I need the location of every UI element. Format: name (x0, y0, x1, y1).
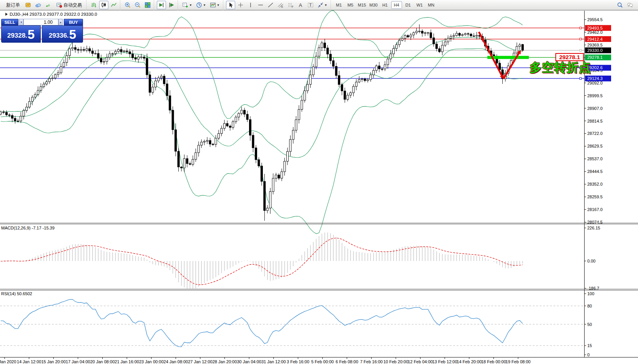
svg-text:20 Jan 08:00: 20 Jan 08:00 (90, 359, 115, 364)
svg-text:28999.5: 28999.5 (587, 93, 603, 98)
candlestick-chart-icon (101, 2, 107, 8)
chart-shift-icon (168, 2, 174, 8)
timeframe-w1-button[interactable]: W1 (414, 1, 425, 9)
auto-scroll-icon (158, 2, 164, 8)
auto-scroll-button[interactable] (157, 1, 166, 9)
svg-text:100: 100 (587, 291, 594, 296)
text-button[interactable]: A (296, 1, 305, 9)
horizontal-line-icon (258, 2, 264, 8)
signal-button[interactable] (43, 1, 53, 9)
one-click-trading-panel: SELL ▼ 1.00 ▲ BUY 29328. 5 29336. 5 (1, 19, 83, 43)
line-chart-button[interactable] (109, 1, 118, 9)
timeframe-h4-button[interactable]: H4 (391, 1, 402, 9)
svg-text:7 Feb 16:00: 7 Feb 16:00 (360, 359, 383, 364)
svg-text:28167.0: 28167.0 (587, 207, 603, 212)
svg-text:50: 50 (587, 322, 592, 327)
timeframe-d1-button[interactable]: D1 (403, 1, 414, 9)
market-watch-cloud-button[interactable] (33, 1, 43, 9)
svg-text:3 Feb 16:00: 3 Feb 16:00 (287, 359, 309, 364)
text-icon: A (297, 2, 304, 8)
svg-text:21 Jan 16:00: 21 Jan 16:00 (115, 359, 139, 364)
svg-text:19 Feb 08:00: 19 Feb 08:00 (506, 359, 531, 364)
buy-price-display[interactable]: 29336. 5 (42, 25, 83, 43)
mt-terminal-window: 29554.529462.029369.529277.029184.529092… (0, 0, 638, 364)
svg-text:31 Jan 12:00: 31 Jan 12:00 (261, 359, 286, 364)
timeframe-m5-button[interactable]: M5 (345, 1, 356, 9)
bar-chart-button[interactable] (89, 1, 98, 9)
svg-text:17 Jan 04:00: 17 Jan 04:00 (66, 359, 90, 364)
sell-price-frac: 5 (28, 28, 35, 41)
order-doc-button[interactable] (23, 1, 33, 9)
svg-text:24 Jan 08:00: 24 Jan 08:00 (164, 359, 188, 364)
svg-text:E: E (281, 5, 283, 8)
vertical-line-button[interactable] (246, 1, 255, 9)
volume-decrease-button[interactable]: ▼ (19, 19, 23, 25)
svg-text:28814.5: 28814.5 (587, 119, 603, 123)
arrows-button[interactable]: ▼ (316, 1, 329, 9)
equidistant-channel-button[interactable]: E (276, 1, 285, 9)
svg-text:T: T (309, 3, 312, 7)
svg-text:28629.5: 28629.5 (587, 144, 603, 148)
buy-button[interactable]: BUY (64, 19, 83, 25)
new-order-button[interactable]: 新订单 (3, 1, 23, 9)
order-doc-icon (25, 2, 31, 8)
buy-price-int: 29336. (49, 31, 69, 41)
trendline-icon (267, 2, 274, 8)
turning-point-annotation[interactable]: 多空转折点 (530, 60, 591, 76)
timeframe-m15-button[interactable]: M15 (357, 1, 367, 9)
chart-settings-button[interactable]: ▼ (208, 1, 221, 9)
svg-text:226.15: 226.15 (587, 226, 600, 230)
horizontal-line-button[interactable] (256, 1, 265, 9)
auto-trading-button[interactable]: 自动交易 (53, 1, 85, 9)
svg-text:29124.3: 29124.3 (587, 76, 603, 81)
timeframe-h1-button[interactable]: H1 (380, 1, 390, 9)
periods-clock-button[interactable]: ▼ (194, 1, 208, 9)
timeframe-m1-button[interactable]: M1 (334, 1, 344, 9)
equidistant-channel-icon: E (277, 2, 284, 8)
zoom-in-button[interactable] (123, 1, 132, 9)
candlestick-chart-button[interactable] (99, 1, 108, 9)
svg-text:28722.0: 28722.0 (587, 131, 603, 136)
svg-text:A: A (299, 2, 302, 8)
text-label-button[interactable]: T (306, 1, 315, 9)
svg-text:29369.5: 29369.5 (587, 43, 603, 47)
svg-text:15: 15 (587, 343, 592, 348)
svg-text:28259.5: 28259.5 (587, 194, 603, 199)
timeframe-m30-button[interactable]: M30 (368, 1, 379, 9)
trendline-button[interactable] (266, 1, 275, 9)
svg-text:27 Jan 12:00: 27 Jan 12:00 (188, 359, 213, 364)
autotrade-icon (56, 2, 62, 8)
sell-button[interactable]: SELL (1, 19, 18, 25)
svg-text:10 Feb 20:00: 10 Feb 20:00 (383, 359, 408, 364)
chart-title: DJ30-,H4 29373.0 29377.0 29322.0 29330.0 (5, 12, 97, 17)
chart-settings-icon (210, 2, 216, 8)
fibonacci-button[interactable]: F (286, 1, 295, 9)
crosshair-icon (238, 2, 244, 8)
zoom-out-button[interactable] (133, 1, 142, 9)
crosshair-button[interactable] (236, 1, 245, 9)
svg-text:28 Jan 20:00: 28 Jan 20:00 (213, 359, 237, 364)
svg-text:29493.5: 29493.5 (587, 26, 603, 30)
search-button[interactable] (615, 1, 625, 9)
tile-windows-icon (145, 2, 151, 8)
symbol-tree-icon[interactable] (5, 13, 8, 16)
sell-price-int: 29328. (7, 31, 27, 41)
new-chart-button[interactable]: ▼ (181, 1, 194, 9)
cursor-button[interactable] (226, 1, 235, 9)
new-chart-icon (182, 2, 188, 8)
chat-icon (627, 2, 633, 8)
buy-price-frac: 5 (69, 28, 76, 41)
chat-button[interactable] (625, 1, 635, 9)
svg-text:29412.4: 29412.4 (587, 37, 603, 42)
tile-windows-button[interactable] (143, 1, 152, 9)
chart-title-text: DJ30-,H4 29373.0 29377.0 29322.0 29330.0 (10, 12, 97, 17)
timeframe-mn-button[interactable]: MN (426, 1, 437, 9)
sell-price-display[interactable]: 29328. 5 (1, 25, 41, 43)
volume-increase-button[interactable]: ▲ (58, 19, 63, 25)
chart-canvas[interactable]: 29554.529462.029369.529277.029184.529092… (0, 0, 638, 364)
market-watch-cloud-icon (35, 2, 41, 8)
svg-text:12 Feb 04:00: 12 Feb 04:00 (408, 359, 433, 364)
volume-field[interactable]: 1.00 (23, 19, 58, 25)
chart-shift-button[interactable] (167, 1, 176, 9)
vertical-line-icon (248, 2, 254, 8)
